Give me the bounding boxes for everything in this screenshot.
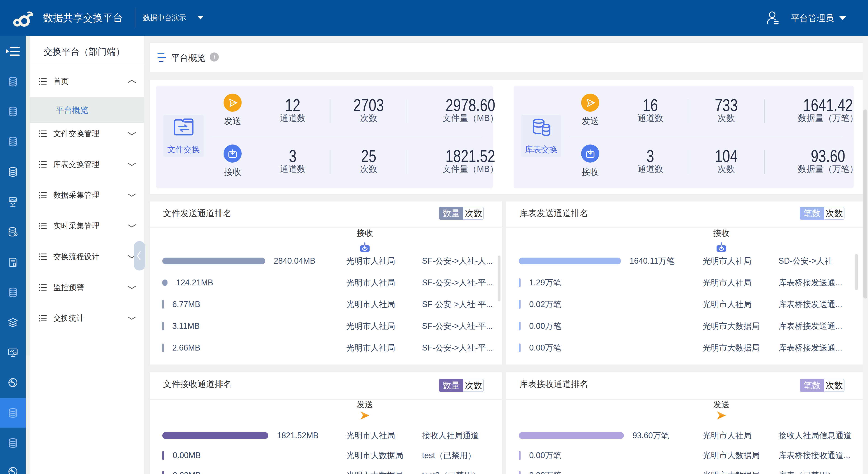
svg-text:DATA: DATA [10, 199, 16, 201]
